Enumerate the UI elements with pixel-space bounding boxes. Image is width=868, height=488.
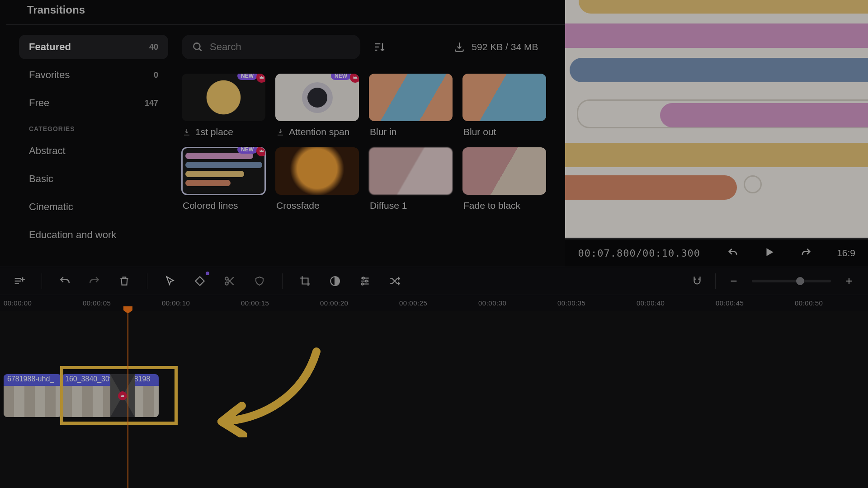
playhead[interactable] [127, 312, 128, 488]
sidebar-category-abstract[interactable]: Abstract [19, 139, 168, 163]
snap-button[interactable] [689, 273, 705, 289]
sidebar-item-label: Featured [29, 41, 71, 53]
transition-thumb[interactable]: NEW [275, 74, 359, 121]
zoom-out-button[interactable] [726, 273, 742, 289]
svg-point-0 [193, 43, 200, 49]
transition-thumb[interactable] [462, 74, 546, 121]
transition-card-diffuse-1[interactable]: Diffuse 1 [369, 147, 453, 211]
sidebar-category-education-and-work[interactable]: Education and work [19, 223, 168, 247]
transition-card-blur-in[interactable]: Blur in [369, 74, 453, 137]
delete-button[interactable] [116, 273, 132, 289]
zoom-slider[interactable] [752, 280, 831, 282]
ruler-tick: 00:00:25 [399, 299, 427, 307]
crown-badge [118, 391, 127, 400]
adjust-button[interactable] [357, 273, 373, 289]
timeline-clip[interactable]: 6781988-uhd_ [4, 374, 61, 417]
cursor-icon [164, 275, 176, 287]
ruler-tick: 00:00:30 [478, 299, 506, 307]
step-back-button[interactable] [726, 246, 739, 260]
transition-card-crossfade[interactable]: Crossfade [275, 147, 359, 211]
add-icon [13, 275, 25, 287]
shield-icon [254, 275, 265, 287]
transition-on-timeline[interactable] [110, 374, 135, 417]
transition-thumb[interactable] [369, 147, 453, 195]
download-icon [453, 41, 465, 53]
sidebar-item-label: Basic [29, 173, 53, 185]
transition-thumb[interactable] [275, 147, 359, 195]
transition-label: Crossfade [276, 200, 320, 211]
crop-icon [299, 275, 311, 287]
sort-icon [373, 41, 386, 53]
preview-pane: 00:07.800/00:10.300 16:9 [565, 0, 868, 267]
download-icon [276, 128, 284, 136]
ruler-tick: 00:00:10 [162, 299, 190, 307]
zoom-in-button[interactable] [841, 273, 857, 289]
timeline-toolbar [0, 267, 868, 295]
trash-icon [118, 275, 130, 287]
play-icon [764, 246, 775, 258]
sidebar-item-label: Favorites [29, 69, 70, 81]
transition-thumb[interactable] [369, 74, 453, 121]
transition-thumb[interactable]: NEW [182, 147, 265, 195]
plus-icon [844, 276, 854, 286]
split-tool-button[interactable] [222, 273, 238, 289]
transition-label: Fade to black [463, 200, 520, 211]
search-box[interactable] [182, 35, 360, 59]
transition-label: Blur in [370, 127, 397, 137]
ruler-tick: 00:00:05 [83, 299, 111, 307]
clip-label: 6781988-uhd_ [4, 374, 61, 386]
sidebar-item-free[interactable]: Free147 [19, 91, 168, 115]
transition-card-blur-out[interactable]: Blur out [462, 74, 546, 137]
sidebar-item-label: Cinematic [29, 201, 73, 213]
aspect-ratio[interactable]: 16:9 [837, 248, 855, 258]
ruler-tick: 00:00:45 [716, 299, 744, 307]
play-button[interactable] [764, 246, 775, 260]
sidebar-item-featured[interactable]: Featured40 [19, 35, 168, 59]
transitions-grid: NEW 1st placeNEW Attention span Blur in … [182, 74, 565, 211]
download-size-label: 592 KB / 34 MB [472, 42, 538, 52]
shield-tool-button[interactable] [251, 273, 268, 289]
sidebar-item-label: Free [29, 97, 49, 109]
shuffle-button[interactable] [387, 273, 403, 289]
transition-thumb[interactable] [462, 147, 546, 195]
transition-label: Colored lines [183, 200, 238, 211]
sidebar-category-basic[interactable]: Basic [19, 167, 168, 191]
transition-card-attention-span[interactable]: NEW Attention span [275, 74, 359, 137]
magnet-icon [691, 275, 703, 287]
select-tool-button[interactable] [162, 273, 178, 289]
transition-card-colored-lines[interactable]: NEW Colored lines [182, 147, 265, 211]
sidebar-item-label: Education and work [29, 229, 116, 241]
step-forward-icon [800, 246, 812, 258]
timecode: 00:07.800/00:10.300 [578, 248, 700, 259]
sidebar-category-cinematic[interactable]: Cinematic [19, 195, 168, 219]
step-back-icon [726, 246, 739, 258]
ruler-tick: 00:00:00 [4, 299, 32, 307]
ruler-tick: 00:00:35 [557, 299, 585, 307]
sort-button[interactable] [370, 38, 388, 56]
timeline-area[interactable]: 6781988-uhd_160_3840_30fps678198 [0, 311, 868, 488]
transition-card-1st-place[interactable]: NEW 1st place [182, 74, 265, 137]
new-badge: NEW [331, 74, 351, 80]
transition-card-fade-to-black[interactable]: Fade to black [462, 147, 546, 211]
step-forward-button[interactable] [800, 246, 812, 260]
undo-button[interactable] [57, 273, 73, 289]
download-icon [183, 128, 191, 136]
tag-tool-button[interactable] [192, 273, 208, 289]
search-input[interactable] [210, 41, 350, 53]
sidebar-item-favorites[interactable]: Favorites0 [19, 63, 168, 87]
transition-thumb[interactable]: NEW [182, 74, 265, 121]
sidebar-item-count: 0 [154, 70, 158, 80]
contrast-icon [329, 275, 341, 287]
search-icon [192, 41, 203, 53]
ruler-tick: 00:00:15 [241, 299, 269, 307]
transition-label: Attention span [289, 127, 349, 137]
redo-button[interactable] [86, 273, 103, 289]
new-badge: NEW [237, 147, 257, 154]
sidebar-item-label: Abstract [29, 145, 66, 157]
crop-button[interactable] [297, 273, 313, 289]
video-track[interactable]: 6781988-uhd_160_3840_30fps678198 [4, 374, 159, 417]
contrast-button[interactable] [327, 273, 343, 289]
crown-badge [256, 74, 265, 83]
new-badge: NEW [237, 74, 257, 80]
add-button[interactable] [11, 273, 27, 289]
